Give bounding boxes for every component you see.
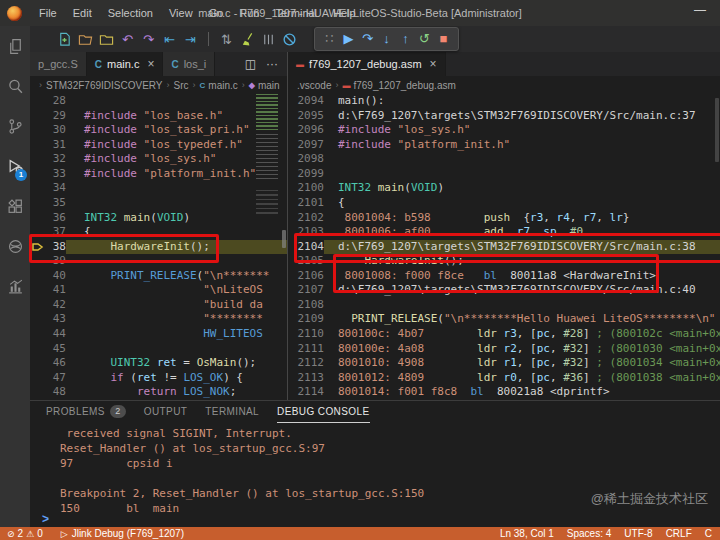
right-code-editor[interactable]: 2094main():2095d:\F769_1207\targets\STM3… xyxy=(288,94,720,400)
code-line-44[interactable]: 44 HW_LITEOS xyxy=(30,327,287,342)
code-line-2102[interactable]: 2102 8001004: b598 push {r3, r4, r7, lr} xyxy=(288,211,720,226)
line-number[interactable]: 2104 xyxy=(296,240,324,255)
menu-edit[interactable]: Edit xyxy=(65,5,100,21)
code-line-2098[interactable]: 2098 xyxy=(288,152,720,167)
line-number[interactable]: 2114 xyxy=(296,385,324,400)
code-line-38[interactable]: 38 HardwareInit(); xyxy=(30,240,287,255)
line-number[interactable]: 33 xyxy=(46,167,66,182)
breadcrumb-item[interactable]: ◆main xyxy=(249,80,280,91)
code-line-35[interactable]: 35 xyxy=(30,196,287,211)
menu-file[interactable]: File xyxy=(31,5,65,21)
code-line-2095[interactable]: 2095d:\F769_1207\targets\STM32F769IDISCO… xyxy=(288,109,720,124)
code-line-45[interactable]: 45 xyxy=(30,342,287,357)
line-number[interactable]: 35 xyxy=(46,196,66,211)
code-line-48[interactable]: 48 return LOS_NOK; xyxy=(30,385,287,400)
code-line-2104[interactable]: 2104d:\F769_1207\targets\STM32F769IDISCO… xyxy=(288,240,720,255)
analysis-icon[interactable] xyxy=(0,266,30,306)
step-out-button[interactable]: ↑ xyxy=(396,29,415,49)
code-line-2113[interactable]: 21138001012: 4809 ldr r0, [pc, #36] ; (8… xyxy=(288,371,720,386)
line-number[interactable]: 2111 xyxy=(296,342,324,357)
close-icon[interactable]: × xyxy=(147,57,154,71)
code-line-47[interactable]: 47 if (ret != LOS_OK) { xyxy=(30,371,287,386)
menu-view[interactable]: View xyxy=(161,5,201,21)
stop-button[interactable]: ■ xyxy=(434,29,453,49)
code-line-2097[interactable]: 2097#include "platform_init.h" xyxy=(288,138,720,153)
split-editor-icon[interactable]: ◫ xyxy=(245,57,256,71)
line-number[interactable]: 46 xyxy=(46,356,66,371)
tab-f769_1207_debug-asm[interactable]: ▬f769_1207_debug.asm× xyxy=(288,52,446,76)
line-number[interactable]: 41 xyxy=(46,283,66,298)
code-line-2099[interactable]: 2099 xyxy=(288,167,720,182)
more-actions-icon[interactable]: ··· xyxy=(266,57,278,71)
code-line-32[interactable]: 32#include "los_sys.h" xyxy=(30,152,287,167)
continue-button[interactable]: ▶ xyxy=(339,29,358,49)
line-number[interactable]: 42 xyxy=(46,298,66,313)
code-line-37[interactable]: 37{ xyxy=(30,225,287,240)
code-line-2103[interactable]: 2103 8001006: af00 add r7, sp, #0 xyxy=(288,225,720,240)
line-number[interactable]: 29 xyxy=(46,109,66,124)
step-over-button[interactable]: ↷ xyxy=(358,29,377,49)
debug-console-input[interactable]: > xyxy=(42,512,49,526)
burn-icon[interactable] xyxy=(259,29,278,49)
breadcrumb-item[interactable]: Cmain.c xyxy=(200,80,238,91)
line-number[interactable]: 36 xyxy=(46,211,66,226)
source-control-icon[interactable] xyxy=(0,106,30,146)
code-line-43[interactable]: 43 "******** xyxy=(30,312,287,327)
line-number[interactable]: 2096 xyxy=(296,123,324,138)
code-line-36[interactable]: 36INT32 main(VOID) xyxy=(30,211,287,226)
line-number[interactable]: 43 xyxy=(46,312,66,327)
stop-build-icon[interactable] xyxy=(280,29,299,49)
minimize-icon[interactable]: — xyxy=(694,3,706,17)
line-number[interactable]: 32 xyxy=(46,152,66,167)
line-number[interactable]: 2107 xyxy=(296,283,324,298)
code-line-46[interactable]: 46 UINT32 ret = OsMain(); xyxy=(30,356,287,371)
line-number[interactable]: 34 xyxy=(46,181,66,196)
code-line-2105[interactable]: 2105 HardwareInit(); xyxy=(288,254,720,269)
line-number[interactable]: 2094 xyxy=(296,94,324,109)
search-icon[interactable] xyxy=(0,66,30,106)
build-icon[interactable]: ⇅ xyxy=(217,29,236,49)
code-line-33[interactable]: 33#include "platform_init.h" xyxy=(30,167,287,182)
explorer-icon[interactable] xyxy=(0,26,30,66)
code-line-40[interactable]: 40 PRINT_RELEASE("\n******* xyxy=(30,269,287,284)
menu-selection[interactable]: Selection xyxy=(100,5,161,21)
undo-icon[interactable]: ↶ xyxy=(118,29,137,49)
step-into-button[interactable]: ↓ xyxy=(377,29,396,49)
code-line-2096[interactable]: 2096#include "los_sys.h" xyxy=(288,123,720,138)
line-number[interactable]: 2108 xyxy=(296,298,324,313)
breadcrumb-item[interactable]: .vscode xyxy=(297,80,331,91)
breadcrumb-item[interactable]: STM32F769IDISCOVERY xyxy=(46,80,163,91)
code-line-2094[interactable]: 2094main(): xyxy=(288,94,720,109)
code-line-34[interactable]: 34 xyxy=(30,181,287,196)
panel-tab-terminal[interactable]: TERMINAL xyxy=(205,401,259,423)
line-number[interactable]: 40 xyxy=(46,269,66,284)
right-scrollbar[interactable] xyxy=(715,98,719,162)
code-line-2101[interactable]: 2101{ xyxy=(288,196,720,211)
code-line-2100[interactable]: 2100INT32 main(VOID) xyxy=(288,181,720,196)
code-line-29[interactable]: 29#include "los_base.h" xyxy=(30,109,287,124)
line-number[interactable]: 2113 xyxy=(296,371,324,386)
line-number[interactable]: 31 xyxy=(46,138,66,153)
breadcrumb-item[interactable]: Src xyxy=(174,80,189,91)
clean-icon[interactable] xyxy=(238,29,257,49)
code-line-2112[interactable]: 21128001010: 4908 ldr r1, [pc, #32] ; (8… xyxy=(288,356,720,371)
breadcrumb-item[interactable]: ▬f769_1207_debug.asm xyxy=(342,80,455,91)
code-line-28[interactable]: 28 xyxy=(30,94,287,109)
code-line-2111[interactable]: 2111800100e: 4a08 ldr r2, [pc, #32] ; (8… xyxy=(288,342,720,357)
code-line-2108[interactable]: 2108 xyxy=(288,298,720,313)
line-number[interactable]: 2099 xyxy=(296,167,324,182)
line-number[interactable]: 37 xyxy=(46,225,66,240)
code-line-42[interactable]: 42 "build da xyxy=(30,298,287,313)
close-icon[interactable]: × xyxy=(430,57,437,71)
code-line-2107[interactable]: 2107d:\F769_1207\targets\STM32F769IDISCO… xyxy=(288,283,720,298)
line-number[interactable]: 28 xyxy=(46,94,66,109)
line-number[interactable]: 2103 xyxy=(296,225,324,240)
line-number[interactable]: 39 xyxy=(46,254,66,269)
debug-status[interactable]: ▷ Jlink Debug (F769_1207) xyxy=(61,528,184,539)
code-line-2114[interactable]: 21148001014: f001 f8c8 bl 80021a8 <dprin… xyxy=(288,385,720,400)
code-line-2109[interactable]: 2109 PRINT_RELEASE("\n********Hello Huaw… xyxy=(288,312,720,327)
line-number[interactable]: 2106 xyxy=(296,269,324,284)
line-number[interactable]: 2098 xyxy=(296,152,324,167)
line-number[interactable]: 2105 xyxy=(296,254,324,269)
status-item-ln[interactable]: Ln 38, Col 1 xyxy=(500,528,554,539)
